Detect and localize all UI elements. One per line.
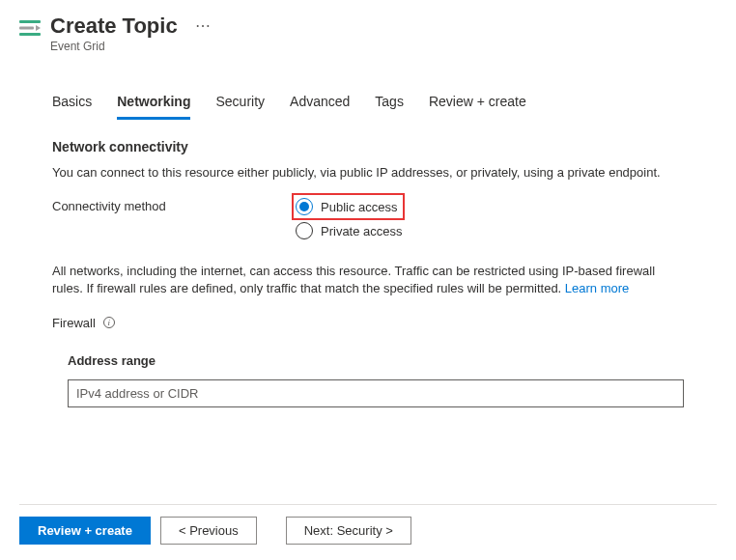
- tab-networking[interactable]: Networking: [117, 88, 190, 120]
- event-grid-icon: [19, 17, 41, 39]
- radio-private-access[interactable]: Private access: [296, 220, 405, 241]
- tab-security[interactable]: Security: [215, 88, 265, 120]
- page-subtitle: Event Grid: [50, 40, 211, 53]
- firewall-label: Firewall: [52, 316, 96, 330]
- address-range-label: Address range: [68, 353, 684, 368]
- next-button[interactable]: Next: Security >: [286, 517, 411, 545]
- radio-selected-icon: [296, 198, 313, 215]
- info-block: All networks, including the internet, ca…: [52, 263, 684, 297]
- radio-unselected-icon: [296, 222, 313, 239]
- section-description: You can connect to this resource either …: [52, 164, 684, 182]
- tab-review[interactable]: Review + create: [429, 88, 526, 120]
- svg-rect-2: [19, 27, 34, 30]
- connectivity-radio-group: Public access Private access: [296, 197, 405, 241]
- page-header: Create Topic ⋯ Event Grid: [0, 0, 736, 53]
- tab-tags[interactable]: Tags: [375, 88, 404, 120]
- learn-more-link[interactable]: Learn more: [565, 281, 629, 295]
- section-heading: Network connectivity: [52, 139, 684, 154]
- more-menu-button[interactable]: ⋯: [195, 18, 211, 34]
- highlight-box: Public access: [292, 193, 405, 220]
- radio-public-label: Public access: [321, 200, 397, 214]
- radio-private-label: Private access: [321, 224, 403, 238]
- review-create-button[interactable]: Review + create: [19, 517, 151, 545]
- tab-basics[interactable]: Basics: [52, 88, 92, 120]
- connectivity-label: Connectivity method: [52, 197, 296, 213]
- tab-bar: Basics Networking Security Advanced Tags…: [52, 88, 684, 120]
- svg-rect-0: [19, 20, 41, 23]
- info-icon[interactable]: i: [103, 317, 115, 328]
- footer-bar: Review + create < Previous Next: Securit…: [19, 504, 717, 545]
- radio-public-access[interactable]: Public access: [296, 196, 397, 217]
- address-range-input[interactable]: [68, 379, 684, 407]
- tab-advanced[interactable]: Advanced: [290, 88, 350, 120]
- previous-button[interactable]: < Previous: [160, 517, 257, 545]
- page-title: Create Topic: [50, 14, 178, 39]
- svg-rect-1: [19, 33, 41, 36]
